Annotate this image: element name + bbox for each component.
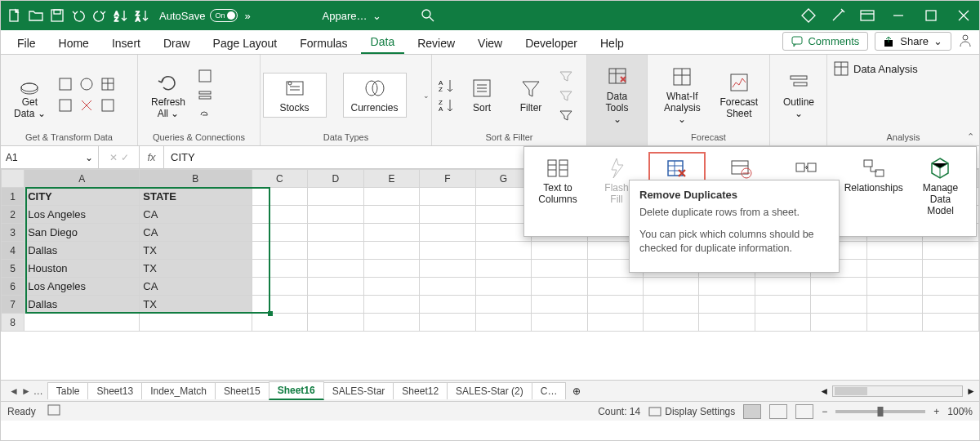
sheet-tab-active[interactable]: Sheet16 [269, 381, 324, 400]
outline-button[interactable]: Outline ⌄ [777, 68, 821, 122]
tab-data[interactable]: Data [361, 30, 405, 54]
cell[interactable] [363, 188, 420, 206]
cell[interactable] [252, 188, 308, 206]
cell[interactable]: Dallas [24, 242, 140, 260]
currencies-button[interactable]: Currencies [343, 73, 407, 118]
cell[interactable]: Dallas [24, 296, 140, 314]
tab-help[interactable]: Help [590, 32, 634, 54]
cell[interactable] [252, 224, 308, 242]
cell[interactable] [475, 242, 532, 260]
row-header[interactable]: 8 [2, 314, 24, 332]
cell[interactable]: CA [140, 278, 252, 296]
cell[interactable] [252, 206, 308, 224]
cell[interactable] [866, 260, 923, 278]
close-button[interactable] [955, 7, 973, 24]
tab-developer[interactable]: Developer [515, 32, 587, 54]
cell[interactable] [532, 296, 588, 314]
cell[interactable] [643, 314, 698, 332]
cell[interactable] [699, 314, 755, 332]
cell[interactable]: Los Angeles [24, 206, 140, 224]
cell[interactable] [420, 224, 475, 242]
cell[interactable] [420, 314, 475, 332]
from-web-icon[interactable] [78, 76, 95, 92]
row-header[interactable]: 5 [2, 260, 24, 278]
tab-nav-prev[interactable]: ◄ [9, 385, 19, 397]
cell[interactable] [420, 242, 475, 260]
cell[interactable] [475, 260, 532, 278]
normal-view-button[interactable] [743, 404, 761, 419]
forecast-sheet-button[interactable]: Forecast Sheet [715, 68, 763, 122]
search-icon[interactable] [421, 8, 435, 23]
cell[interactable] [252, 278, 308, 296]
cell[interactable] [923, 296, 979, 314]
cell[interactable] [140, 314, 252, 332]
sort-desc-icon[interactable]: ZA [135, 8, 149, 23]
chevron-down-icon[interactable]: ⌄ [423, 91, 430, 100]
open-folder-icon[interactable] [29, 8, 43, 23]
comments-button[interactable]: Comments [782, 32, 868, 51]
selection-handle[interactable] [268, 311, 273, 316]
cell[interactable] [866, 278, 923, 296]
manage-data-model-button[interactable]: Manage Data Model [911, 152, 969, 220]
cell[interactable] [643, 278, 698, 296]
chevron-down-icon[interactable]: ⌄ [85, 152, 93, 163]
clear-filter-icon[interactable] [558, 68, 574, 84]
display-settings-button[interactable]: Display Settings [648, 406, 735, 417]
refresh-all-button[interactable]: Refresh All ⌄ [145, 68, 192, 122]
col-header[interactable]: E [363, 170, 420, 188]
stocks-button[interactable]: Stocks [263, 73, 327, 118]
page-break-view-button[interactable] [795, 404, 813, 419]
cell[interactable] [923, 278, 979, 296]
cell[interactable] [24, 314, 140, 332]
cell[interactable] [308, 224, 364, 242]
advanced-icon[interactable] [558, 107, 574, 123]
autosave-toggle[interactable]: AutoSave On [159, 9, 238, 22]
row-header[interactable]: 2 [2, 206, 24, 224]
hscroll-right[interactable]: ► [966, 385, 976, 397]
cell[interactable] [420, 206, 475, 224]
cell[interactable] [308, 314, 364, 332]
sheet-tab[interactable]: Sheet12 [393, 382, 448, 399]
tab-nav-next[interactable]: ► [21, 385, 31, 397]
tab-review[interactable]: Review [408, 32, 465, 54]
cell[interactable]: CITY [24, 188, 140, 206]
new-file-icon[interactable] [7, 8, 22, 23]
row-header[interactable]: 1 [2, 188, 24, 206]
tab-file[interactable]: File [7, 32, 46, 54]
cell[interactable] [363, 206, 420, 224]
row-header[interactable]: 3 [2, 224, 24, 242]
cell[interactable] [420, 296, 475, 314]
cell[interactable]: CA [140, 206, 252, 224]
cell[interactable] [363, 314, 420, 332]
cell[interactable] [755, 278, 810, 296]
cell[interactable] [475, 314, 532, 332]
queries-icon[interactable] [197, 68, 213, 84]
cell[interactable] [363, 296, 420, 314]
cell[interactable] [420, 188, 475, 206]
cell[interactable] [923, 242, 979, 260]
tab-view[interactable]: View [468, 32, 512, 54]
cell[interactable] [866, 242, 923, 260]
cell[interactable] [699, 296, 755, 314]
data-analysis-button[interactable]: Data Analysis [834, 61, 918, 76]
cell[interactable] [363, 242, 420, 260]
add-sheet-button[interactable]: ⊕ [566, 385, 587, 397]
cell[interactable] [252, 260, 308, 278]
cell[interactable] [587, 296, 643, 314]
cell[interactable] [587, 278, 643, 296]
minimize-button[interactable] [889, 7, 907, 24]
tab-page-layout[interactable]: Page Layout [203, 32, 287, 54]
hscroll-left[interactable]: ◄ [819, 385, 829, 397]
name-box[interactable]: A1 ⌄ [1, 146, 99, 168]
get-data-button[interactable]: Get Data ⌄ [7, 68, 52, 122]
tab-formulas[interactable]: Formulas [290, 32, 357, 54]
cell[interactable] [532, 278, 588, 296]
tab-home[interactable]: Home [49, 32, 99, 54]
diamond-icon[interactable] [801, 8, 816, 23]
sheet-tab[interactable]: Sheet13 [87, 382, 142, 399]
tab-nav-more[interactable]: … [33, 385, 43, 397]
edit-links-icon[interactable] [197, 107, 213, 123]
properties-icon[interactable] [197, 87, 213, 104]
cell[interactable] [308, 296, 364, 314]
sort-asc-icon[interactable]: AZ [114, 8, 128, 23]
